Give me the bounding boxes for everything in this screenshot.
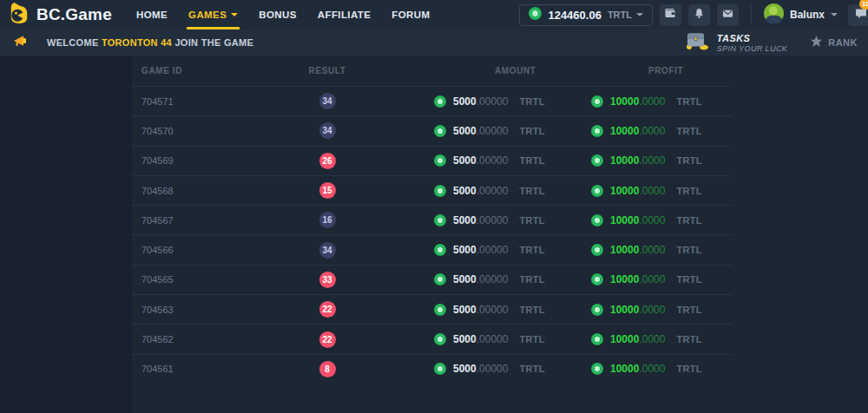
bets-panel: GAME ID RESULT AMOUNT PROFIT 704571 34 5… (132, 56, 868, 413)
profit-cell: 10000.0000 TRTL (544, 333, 732, 345)
user-name: Balunx (790, 9, 825, 21)
amount-fraction: .00000 (477, 214, 509, 226)
nav-item-games[interactable]: GAMES (188, 0, 238, 30)
result-cell: 33 (297, 272, 358, 288)
table-row[interactable]: 704568 15 5000.00000 TRTL (132, 175, 732, 205)
table-row[interactable]: 704562 22 5000.00000 TRTL (132, 324, 732, 353)
amount-value: 5000 (453, 273, 477, 285)
amount-fraction: .00000 (477, 154, 509, 167)
messages-button[interactable] (717, 4, 739, 26)
chat-button[interactable]: 10 (848, 4, 868, 26)
amount-cell: 5000.00000 TRTL (358, 214, 544, 226)
result-badge: 26 (319, 153, 336, 169)
trtl-coin-icon (591, 333, 603, 345)
profit-fraction: .0000 (639, 154, 665, 167)
trtl-coin-icon (591, 185, 603, 197)
nav-label: BONUS (259, 10, 297, 20)
chevron-down-icon (231, 13, 238, 16)
brand-name: BC.Game (36, 5, 112, 24)
main-nav: HOME GAMES BONUS AFFILIATE FORUM (136, 0, 431, 30)
nav-item-home[interactable]: HOME (136, 0, 168, 30)
nav-item-affiliate[interactable]: AFFILIATE (318, 0, 372, 30)
profit-fraction: .0000 (639, 363, 665, 375)
amount-value: 5000 (453, 244, 477, 256)
currency-label: TRTL (519, 305, 544, 315)
mail-icon (722, 7, 733, 23)
rank-widget[interactable]: RANK (810, 35, 859, 51)
currency-label: TRTL (676, 305, 701, 315)
currency-label: TRTL (676, 96, 701, 107)
star-icon (810, 35, 823, 51)
game-id-cell: 704565 (132, 274, 297, 285)
active-tab-underline (187, 27, 240, 30)
game-id-cell: 704566 (132, 245, 297, 255)
currency-label: TRTL (519, 334, 544, 344)
result-badge: 33 (319, 272, 336, 288)
table-body: 704571 34 5000.00000 TRTL (132, 86, 732, 384)
profit-fraction: .0000 (639, 304, 665, 316)
trtl-coin-icon (434, 154, 446, 167)
table-row[interactable]: 704570 34 5000.00000 TRTL (132, 115, 732, 145)
profit-value: 10000 (610, 185, 639, 197)
trtl-coin-icon (434, 304, 446, 316)
amount-value: 5000 (453, 125, 477, 137)
amount-fraction: .00000 (477, 95, 509, 108)
balance-selector[interactable]: 124460.06 TRTL (519, 4, 653, 26)
wallet-icon (664, 7, 676, 23)
result-cell: 8 (297, 361, 358, 377)
profit-fraction: .0000 (639, 273, 665, 285)
table-row[interactable]: 704567 16 5000.00000 TRTL (132, 205, 732, 234)
table-row[interactable]: 704565 33 5000.00000 TRTL (132, 265, 732, 294)
user-menu[interactable]: Balunx (764, 3, 838, 27)
nav-label: GAMES (188, 10, 227, 20)
profit-value: 10000 (610, 125, 639, 137)
amount-value: 5000 (453, 363, 477, 375)
table-row[interactable]: 704569 26 5000.00000 TRTL (132, 146, 732, 175)
tasks-widget[interactable]: TASKS SPIN YOUR LUCK (684, 30, 787, 55)
table-row[interactable]: 704561 8 5000.00000 TRTL (132, 354, 732, 384)
nav-label: HOME (136, 10, 168, 20)
header-profit: PROFIT (544, 66, 732, 75)
currency-label: TRTL (676, 126, 701, 136)
trtl-coin-icon (591, 273, 603, 285)
game-id-cell: 704569 (132, 155, 297, 166)
table-row[interactable]: 704571 34 5000.00000 TRTL (132, 86, 732, 115)
wallet-button[interactable] (660, 4, 681, 26)
table-row[interactable]: 704563 22 5000.00000 TRTL (132, 294, 732, 324)
amount-cell: 5000.00000 TRTL (358, 154, 544, 167)
nav-label: AFFILIATE (318, 10, 372, 20)
nav-label: FORUM (391, 10, 430, 20)
profit-value: 10000 (610, 273, 639, 285)
trtl-coin-icon (434, 214, 446, 226)
profit-fraction: .0000 (639, 95, 665, 108)
divider (751, 5, 752, 24)
trtl-coin-icon (591, 244, 603, 256)
trtl-coin-icon (434, 125, 446, 137)
amount-cell: 5000.00000 TRTL (358, 304, 544, 316)
table-row[interactable]: 704566 34 5000.00000 TRTL (132, 234, 732, 264)
header-result: RESULT (297, 66, 358, 75)
profit-cell: 10000.0000 TRTL (544, 273, 732, 285)
result-cell: 22 (297, 301, 358, 318)
avatar (764, 3, 784, 27)
currency-label: TRTL (608, 10, 632, 20)
currency-label: TRTL (519, 155, 544, 166)
nav-item-forum[interactable]: FORUM (391, 0, 430, 30)
result-badge: 22 (319, 301, 336, 318)
trtl-coin-icon (434, 333, 446, 345)
nav-item-bonus[interactable]: BONUS (259, 0, 297, 30)
brand-logo[interactable]: BC.Game (9, 2, 112, 28)
game-id-cell: 704570 (132, 126, 297, 136)
amount-value: 5000 (453, 333, 477, 345)
amount-cell: 5000.00000 TRTL (358, 363, 544, 375)
currency-label: TRTL (519, 364, 544, 374)
profit-fraction: .0000 (639, 244, 665, 256)
game-id-cell: 704561 (132, 364, 297, 374)
notifications-button[interactable] (688, 4, 710, 26)
tasks-subtitle: SPIN YOUR LUCK (717, 44, 787, 53)
result-cell: 22 (297, 331, 358, 348)
profit-cell: 10000.0000 TRTL (544, 304, 732, 316)
game-id-cell: 704568 (132, 186, 297, 196)
currency-label: TRTL (519, 186, 544, 196)
balance-currency: TRTL (608, 10, 643, 20)
